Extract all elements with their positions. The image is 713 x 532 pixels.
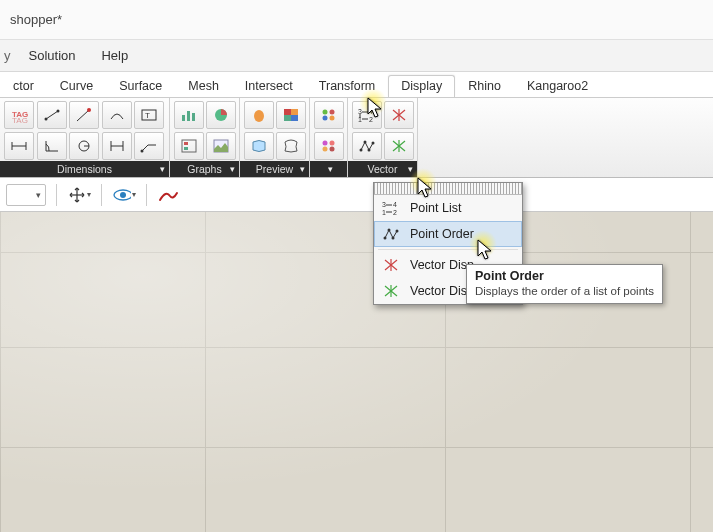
vector-pointlist-icon[interactable]: 3412 <box>352 101 382 129</box>
svg-text:T: T <box>145 111 150 120</box>
tab-rhino[interactable]: Rhino <box>455 75 514 97</box>
dim-angular-icon[interactable] <box>37 132 67 160</box>
svg-point-37 <box>323 147 328 152</box>
svg-rect-30 <box>291 115 298 121</box>
panel-label-vector[interactable]: Vector▾ <box>348 161 417 177</box>
svg-rect-21 <box>182 140 196 152</box>
popup-item-point-list[interactable]: 3412 Point List <box>374 195 522 221</box>
svg-point-17 <box>141 150 144 153</box>
titlebar: shopper* <box>0 0 713 40</box>
tab-transform[interactable]: Transform <box>306 75 389 97</box>
tab-curve[interactable]: Curve <box>47 75 106 97</box>
tab-surface[interactable]: Surface <box>106 75 175 97</box>
menu-solution[interactable]: Solution <box>17 44 88 67</box>
svg-line-80 <box>391 291 397 296</box>
svg-text:3: 3 <box>358 108 362 115</box>
canvas[interactable] <box>0 212 713 532</box>
tab-vector-cut[interactable]: ctor <box>0 75 47 97</box>
menu-help[interactable]: Help <box>89 44 140 67</box>
move-tool[interactable]: ▾ <box>67 184 91 206</box>
popup-item-label: Point List <box>410 201 461 215</box>
svg-point-69 <box>392 237 395 240</box>
svg-rect-19 <box>187 111 190 121</box>
chevron-down-icon: ▾ <box>36 190 41 200</box>
svg-point-45 <box>368 149 371 152</box>
preview-egg-icon[interactable] <box>244 101 274 129</box>
vector-display-ex-icon[interactable] <box>384 132 414 160</box>
svg-line-56 <box>399 146 405 151</box>
svg-line-53 <box>393 141 399 146</box>
popup-item-label: Point Order <box>410 227 474 241</box>
dim-leader-icon[interactable] <box>134 132 164 160</box>
dim-linear-icon[interactable] <box>4 132 34 160</box>
svg-line-47 <box>393 110 399 115</box>
window-title: shopper* <box>10 12 62 27</box>
svg-line-79 <box>385 291 391 296</box>
dim-marker-icon[interactable] <box>69 101 99 129</box>
panel-label-dots[interactable]: ▾ <box>310 161 347 177</box>
sketch-tool[interactable] <box>157 184 181 206</box>
point-list-icon: 3412 <box>380 198 402 218</box>
svg-line-73 <box>385 265 391 270</box>
svg-point-31 <box>323 110 328 115</box>
svg-text:2: 2 <box>369 116 373 123</box>
dim-radial-icon[interactable] <box>69 132 99 160</box>
panel-label-dimensions[interactable]: Dimensions▾ <box>0 161 169 177</box>
svg-text:4: 4 <box>369 108 373 115</box>
vector-burst-green-icon <box>380 281 402 301</box>
popup-item-point-order[interactable]: Point Order <box>374 221 522 247</box>
graph-image-icon[interactable] <box>206 132 236 160</box>
graph-bar-icon[interactable] <box>174 101 204 129</box>
svg-line-78 <box>391 286 397 291</box>
tab-display[interactable]: Display <box>388 75 455 97</box>
svg-point-36 <box>330 141 335 146</box>
preview-surface-icon[interactable] <box>244 132 274 160</box>
tooltip: Point Order Displays the order of a list… <box>466 264 663 304</box>
svg-rect-23 <box>184 147 188 150</box>
svg-text:1: 1 <box>382 209 386 216</box>
svg-line-77 <box>385 286 391 291</box>
visibility-tool[interactable]: ▾ <box>112 184 136 206</box>
preview-brep-icon[interactable] <box>276 132 306 160</box>
cloud-dots-icon[interactable] <box>314 101 344 129</box>
point-order-icon <box>380 224 402 244</box>
svg-point-46 <box>372 142 375 145</box>
preview-swatch-icon[interactable] <box>276 101 306 129</box>
vector-pointorder-icon[interactable] <box>352 132 382 160</box>
panel-preview: Preview▾ <box>240 98 310 177</box>
panel-vector: 3412 Vector▾ <box>348 98 418 177</box>
dim-arc-icon[interactable] <box>102 101 132 129</box>
tab-mesh[interactable]: Mesh <box>175 75 232 97</box>
menubar: y Solution Help <box>0 40 713 72</box>
zoom-dropdown[interactable]: ▾ <box>6 184 46 206</box>
cloud-shade-icon[interactable] <box>314 132 344 160</box>
svg-text:TAG: TAG <box>12 116 28 123</box>
dim-text-icon[interactable]: T <box>134 101 164 129</box>
popup-grip[interactable] <box>374 183 522 195</box>
graph-pie-icon[interactable] <box>206 101 236 129</box>
tooltip-title: Point Order <box>475 269 654 283</box>
panel-label-graphs[interactable]: Graphs▾ <box>170 161 239 177</box>
tab-intersect[interactable]: Intersect <box>232 75 306 97</box>
dim-tag-icon[interactable]: TAGTAG <box>4 101 34 129</box>
panel-label-preview[interactable]: Preview▾ <box>240 161 309 177</box>
svg-point-32 <box>330 110 335 115</box>
svg-rect-22 <box>184 142 188 145</box>
menu-cut[interactable]: y <box>0 44 15 67</box>
vector-display-icon[interactable] <box>384 101 414 129</box>
svg-line-49 <box>393 115 399 120</box>
graph-legend-icon[interactable] <box>174 132 204 160</box>
svg-point-35 <box>323 141 328 146</box>
svg-line-54 <box>399 141 405 146</box>
svg-line-8 <box>77 110 89 121</box>
tab-kangaroo2[interactable]: Kangaroo2 <box>514 75 601 97</box>
dim-serif-icon[interactable] <box>102 132 132 160</box>
svg-rect-27 <box>284 109 291 115</box>
svg-point-67 <box>384 237 387 240</box>
svg-line-5 <box>46 111 58 119</box>
svg-point-44 <box>364 141 367 144</box>
dim-aligned-icon[interactable] <box>37 101 67 129</box>
ribbon-tabs: ctor Curve Surface Mesh Intersect Transf… <box>0 72 713 98</box>
svg-rect-29 <box>284 115 291 121</box>
svg-line-50 <box>399 115 405 120</box>
